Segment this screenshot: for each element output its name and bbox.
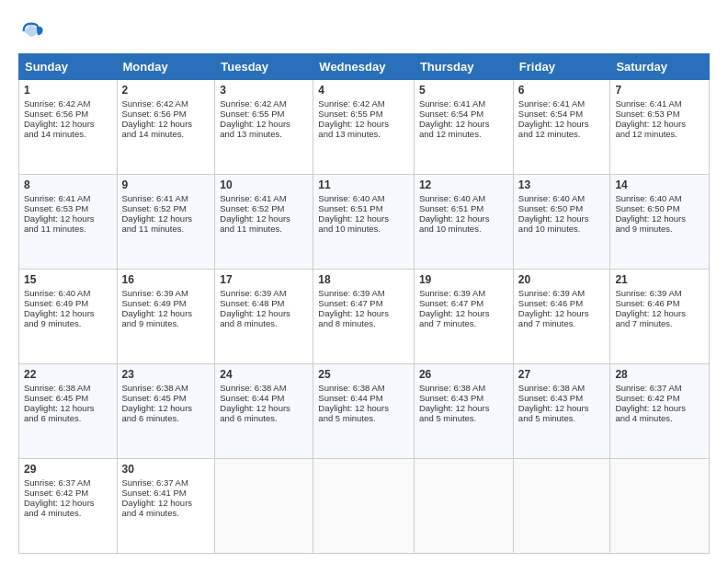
day-number: 11 — [318, 178, 409, 191]
daylight-minutes: and 10 minutes. — [318, 224, 381, 234]
sunset-label: Sunset: 6:56 PM — [122, 109, 187, 119]
calendar-cell: 25 Sunrise: 6:38 AM Sunset: 6:44 PM Dayl… — [313, 364, 415, 459]
daylight-minutes: and 11 minutes. — [24, 224, 86, 234]
sunrise-label: Sunrise: 6:38 AM — [518, 383, 585, 393]
calendar-table: SundayMondayTuesdayWednesdayThursdayFrid… — [18, 53, 710, 554]
week-row: 29 Sunrise: 6:37 AM Sunset: 6:42 PM Dayl… — [19, 459, 710, 554]
daylight-minutes: and 4 minutes. — [24, 508, 81, 518]
sunset-label: Sunset: 6:51 PM — [419, 203, 483, 213]
calendar-cell: 18 Sunrise: 6:39 AM Sunset: 6:47 PM Dayl… — [313, 270, 415, 364]
daylight-label: Daylight: 12 hours — [24, 403, 95, 413]
header-row: SundayMondayTuesdayWednesdayThursdayFrid… — [19, 54, 710, 80]
day-number: 1 — [24, 84, 112, 97]
sunrise-label: Sunrise: 6:41 AM — [419, 98, 485, 109]
calendar-cell: 8 Sunrise: 6:41 AM Sunset: 6:53 PM Dayli… — [19, 175, 118, 270]
daylight-minutes: and 12 minutes. — [615, 129, 677, 139]
calendar-cell — [215, 459, 313, 554]
sunrise-label: Sunrise: 6:39 AM — [220, 288, 286, 298]
header — [18, 15, 710, 44]
sunset-label: Sunset: 6:43 PM — [518, 393, 583, 403]
sunset-label: Sunset: 6:42 PM — [24, 488, 88, 498]
calendar-cell: 10 Sunrise: 6:41 AM Sunset: 6:52 PM Dayl… — [215, 175, 313, 270]
daylight-label: Daylight: 12 hours — [220, 119, 290, 129]
daylight-label: Daylight: 12 hours — [419, 308, 490, 318]
calendar-cell: 20 Sunrise: 6:39 AM Sunset: 6:46 PM Dayl… — [513, 270, 610, 364]
sunrise-label: Sunrise: 6:39 AM — [615, 288, 681, 298]
day-number: 3 — [220, 84, 308, 97]
daylight-minutes: and 9 minutes. — [24, 318, 81, 328]
daylight-label: Daylight: 12 hours — [122, 308, 193, 318]
sunrise-label: Sunrise: 6:40 AM — [518, 193, 585, 203]
daylight-minutes: and 11 minutes. — [122, 224, 185, 234]
sunset-label: Sunset: 6:56 PM — [24, 109, 88, 119]
daylight-minutes: and 12 minutes. — [419, 129, 482, 139]
day-number: 24 — [220, 368, 308, 381]
sunset-label: Sunset: 6:45 PM — [24, 393, 88, 403]
header-day: Sunday — [19, 54, 118, 80]
daylight-minutes: and 4 minutes. — [615, 413, 672, 423]
daylight-label: Daylight: 12 hours — [318, 308, 389, 318]
daylight-minutes: and 5 minutes. — [419, 413, 476, 423]
sunrise-label: Sunrise: 6:38 AM — [122, 383, 188, 393]
daylight-label: Daylight: 12 hours — [220, 403, 290, 413]
day-number: 19 — [419, 273, 508, 286]
daylight-minutes: and 9 minutes. — [615, 224, 672, 234]
calendar-cell — [313, 459, 415, 554]
sunset-label: Sunset: 6:49 PM — [122, 298, 187, 308]
sunset-label: Sunset: 6:51 PM — [318, 203, 382, 213]
sunrise-label: Sunrise: 6:37 AM — [24, 477, 90, 488]
sunset-label: Sunset: 6:52 PM — [122, 203, 187, 213]
sunrise-label: Sunrise: 6:42 AM — [318, 98, 384, 109]
header-day: Wednesday — [313, 54, 415, 80]
daylight-minutes: and 4 minutes. — [122, 508, 179, 518]
daylight-minutes: and 7 minutes. — [518, 318, 575, 328]
day-number: 28 — [615, 368, 704, 381]
sunset-label: Sunset: 6:55 PM — [318, 109, 382, 119]
calendar-cell: 14 Sunrise: 6:40 AM Sunset: 6:50 PM Dayl… — [610, 175, 710, 270]
sunrise-label: Sunrise: 6:40 AM — [615, 193, 681, 203]
calendar-cell — [414, 459, 513, 554]
day-number: 30 — [122, 463, 210, 476]
daylight-minutes: and 8 minutes. — [220, 318, 277, 328]
day-number: 18 — [318, 273, 409, 286]
daylight-label: Daylight: 12 hours — [518, 308, 589, 318]
calendar-cell: 19 Sunrise: 6:39 AM Sunset: 6:47 PM Dayl… — [414, 270, 513, 364]
daylight-label: Daylight: 12 hours — [318, 403, 389, 413]
sunset-label: Sunset: 6:42 PM — [615, 393, 679, 403]
week-row: 1 Sunrise: 6:42 AM Sunset: 6:56 PM Dayli… — [19, 80, 710, 175]
daylight-minutes: and 10 minutes. — [419, 224, 482, 234]
daylight-minutes: and 5 minutes. — [318, 413, 375, 423]
week-row: 22 Sunrise: 6:38 AM Sunset: 6:45 PM Dayl… — [19, 364, 710, 459]
sunset-label: Sunset: 6:55 PM — [220, 109, 284, 119]
day-number: 21 — [615, 273, 704, 286]
day-number: 10 — [220, 178, 308, 191]
calendar-cell: 16 Sunrise: 6:39 AM Sunset: 6:49 PM Dayl… — [117, 270, 215, 364]
daylight-minutes: and 13 minutes. — [220, 129, 282, 139]
day-number: 27 — [518, 368, 606, 381]
daylight-minutes: and 11 minutes. — [220, 224, 282, 234]
calendar-cell: 27 Sunrise: 6:38 AM Sunset: 6:43 PM Dayl… — [513, 364, 610, 459]
sunrise-label: Sunrise: 6:37 AM — [122, 477, 188, 488]
daylight-minutes: and 7 minutes. — [615, 318, 672, 328]
day-number: 22 — [24, 368, 112, 381]
daylight-label: Daylight: 12 hours — [24, 119, 95, 129]
day-number: 12 — [419, 178, 508, 191]
header-day: Thursday — [414, 54, 513, 80]
sunset-label: Sunset: 6:41 PM — [122, 488, 187, 498]
header-day: Tuesday — [215, 54, 313, 80]
day-number: 6 — [518, 84, 606, 97]
sunrise-label: Sunrise: 6:39 AM — [518, 288, 585, 298]
sunset-label: Sunset: 6:46 PM — [615, 298, 679, 308]
sunset-label: Sunset: 6:53 PM — [24, 203, 88, 213]
daylight-label: Daylight: 12 hours — [615, 213, 686, 224]
sunset-label: Sunset: 6:47 PM — [318, 298, 382, 308]
sunrise-label: Sunrise: 6:41 AM — [24, 193, 90, 203]
sunset-label: Sunset: 6:45 PM — [122, 393, 187, 403]
calendar-cell: 17 Sunrise: 6:39 AM Sunset: 6:48 PM Dayl… — [215, 270, 313, 364]
day-number: 17 — [220, 273, 308, 286]
calendar-cell: 29 Sunrise: 6:37 AM Sunset: 6:42 PM Dayl… — [19, 459, 118, 554]
header-day: Saturday — [610, 54, 710, 80]
sunrise-label: Sunrise: 6:41 AM — [122, 193, 188, 203]
calendar-cell: 7 Sunrise: 6:41 AM Sunset: 6:53 PM Dayli… — [610, 80, 710, 175]
daylight-minutes: and 7 minutes. — [419, 318, 476, 328]
